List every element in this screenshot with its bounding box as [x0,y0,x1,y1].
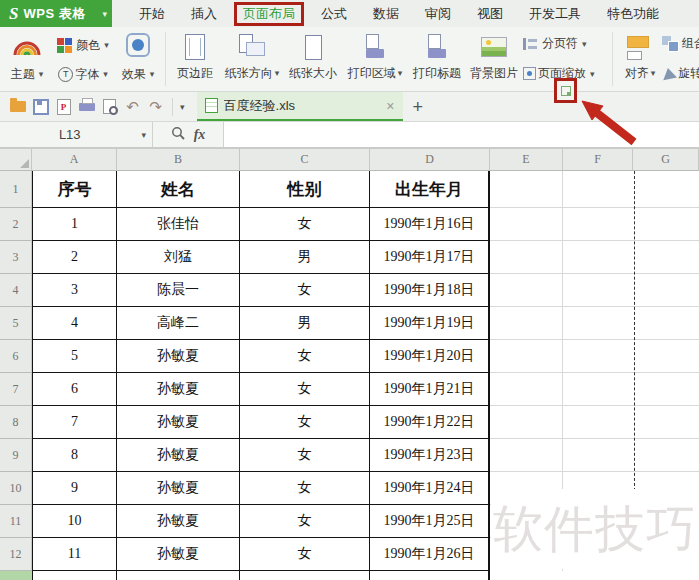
cell[interactable]: 11 [32,538,117,571]
cell[interactable] [563,373,633,406]
menu-tab-home[interactable]: 开始 [126,0,178,27]
cell[interactable] [490,208,563,241]
row-header-13[interactable] [0,571,32,580]
cell[interactable]: 7 [32,406,117,439]
tab-close-icon[interactable]: × [386,99,394,113]
cell[interactable]: 高峰二 [117,307,240,340]
cell[interactable] [633,208,699,241]
name-box-dropdown-icon[interactable]: ▾ [141,130,146,140]
theme-button[interactable]: 主题▾ [11,66,44,83]
cell[interactable]: 1990年1月22日 [370,406,490,439]
cell[interactable]: 1990年1月23日 [370,439,490,472]
cell[interactable]: 1990年1月19日 [370,307,490,340]
cell[interactable]: 1990年1月24日 [370,472,490,505]
menu-tab-page-layout[interactable]: 页面布局 [234,2,304,26]
cell[interactable] [563,241,633,274]
row-header-1[interactable]: 1 [0,171,32,208]
row-header-7[interactable]: 7 [0,373,32,406]
cell[interactable] [633,373,699,406]
cell[interactable] [240,571,370,580]
undo-icon[interactable]: ↶ [121,96,144,118]
cell[interactable] [563,307,633,340]
app-menu-dropdown-icon[interactable]: ▾ [102,9,107,19]
effects-button[interactable]: 效果▾ [122,66,155,83]
cell[interactable]: 1990年1月16日 [370,208,490,241]
row-header-10[interactable]: 10 [0,472,32,505]
cell[interactable]: 女 [240,208,370,241]
row-header-4[interactable]: 4 [0,274,32,307]
cell[interactable]: 1990年1月21日 [370,373,490,406]
cell[interactable]: 姓名 [117,171,240,208]
cell[interactable] [490,406,563,439]
cell[interactable] [563,274,633,307]
cell[interactable]: 5 [32,340,117,373]
cell[interactable]: 6 [32,373,117,406]
cell[interactable] [633,571,699,580]
cell[interactable]: 9 [32,472,117,505]
cell[interactable]: 女 [240,340,370,373]
margins-button[interactable]: 页边距 [171,29,219,87]
column-header-F[interactable]: F [563,149,633,171]
cell[interactable] [117,571,240,580]
cell[interactable]: 陈晨一 [117,274,240,307]
cell[interactable] [490,307,563,340]
export-pdf-icon[interactable]: P [52,96,75,118]
cell[interactable] [490,241,563,274]
column-header-E[interactable]: E [490,149,563,171]
cell[interactable] [490,340,563,373]
cell[interactable]: 女 [240,472,370,505]
column-header-A[interactable]: A [32,149,117,171]
row-header-9[interactable]: 9 [0,439,32,472]
page-break-button[interactable]: 分页符▾ [523,35,607,52]
fonts-button[interactable]: T 字体▾ [58,66,108,83]
cell[interactable] [490,571,563,580]
row-header-12[interactable]: 12 [0,538,32,571]
cell[interactable] [490,373,563,406]
menu-tab-formulas[interactable]: 公式 [308,0,360,27]
cell[interactable]: 男 [240,307,370,340]
document-tab[interactable]: 百度经验.xls × [197,92,403,121]
cell[interactable] [563,208,633,241]
row-header-6[interactable]: 6 [0,340,32,373]
paper-size-button[interactable]: 纸张大小 [285,29,341,87]
cell[interactable]: 1990年1月17日 [370,241,490,274]
column-header-B[interactable]: B [117,149,240,171]
cell[interactable]: 2 [32,241,117,274]
cell[interactable] [563,171,633,208]
cell[interactable]: 1990年1月20日 [370,340,490,373]
menu-tab-dev-tools[interactable]: 开发工具 [516,0,594,27]
cell[interactable]: 女 [240,538,370,571]
name-box[interactable]: L13 ▾ [0,122,153,147]
cell[interactable] [633,241,699,274]
cell[interactable]: 10 [32,505,117,538]
menu-tab-special-features[interactable]: 特色功能 [594,0,672,27]
cell[interactable]: 孙敏夏 [117,340,240,373]
new-tab-button[interactable]: + [413,98,424,116]
cell[interactable]: 8 [32,439,117,472]
cell[interactable]: 孙敏夏 [117,373,240,406]
cell[interactable] [633,439,699,472]
cell[interactable]: 孙敏夏 [117,505,240,538]
cell[interactable]: 性别 [240,171,370,208]
print-preview-icon[interactable] [98,96,121,118]
cell[interactable]: 女 [240,274,370,307]
colors-button[interactable]: 颜色▾ [57,37,109,54]
group-button[interactable]: 组合 [662,35,699,52]
page-setup-dialog-launcher[interactable] [561,86,571,96]
column-header-G[interactable]: G [633,149,699,171]
cell[interactable]: 孙敏夏 [117,538,240,571]
toolbar-more-dropdown-icon[interactable]: ▾ [180,102,185,112]
cell[interactable] [563,406,633,439]
cell[interactable] [563,571,633,580]
cell[interactable] [563,340,633,373]
print-area-button[interactable]: 打印区域▾ [341,29,409,87]
redo-icon[interactable]: ↷ [144,96,167,118]
cell[interactable]: 3 [32,274,117,307]
column-header-D[interactable]: D [370,149,490,171]
cell[interactable] [633,171,699,208]
menu-tab-review[interactable]: 审阅 [412,0,464,27]
cell[interactable] [633,274,699,307]
cell[interactable] [490,171,563,208]
cell[interactable]: 1 [32,208,117,241]
background-image-button[interactable]: 背景图片 [465,29,523,87]
